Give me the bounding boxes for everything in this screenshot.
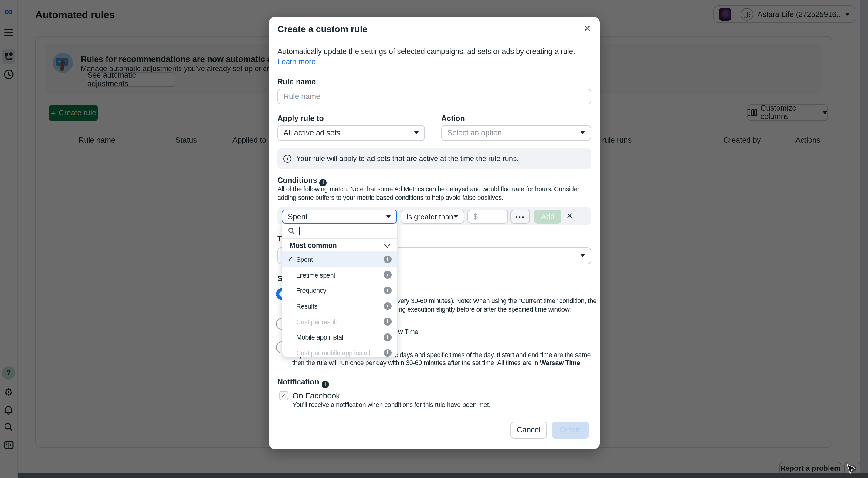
create-custom-rule-modal: Create a custom rule ✕ Automatically upd… — [269, 17, 600, 449]
condition-operator-select[interactable]: is greater than — [401, 210, 464, 223]
action-label: Action — [441, 114, 465, 123]
dropdown-group-header[interactable]: Most common — [282, 239, 397, 251]
dropdown-item-results[interactable]: Resultsi — [282, 298, 397, 314]
condition-metric-select[interactable]: Spent — [282, 210, 397, 223]
info-icon[interactable]: i — [383, 333, 391, 341]
dropdown-search-input[interactable] — [282, 223, 397, 239]
rule-name-label: Rule name — [277, 78, 316, 86]
conditions-heading: Conditionsi — [277, 176, 327, 186]
rule-name-input[interactable]: Rule name — [277, 89, 591, 104]
remove-condition-icon[interactable]: ✕ — [566, 211, 573, 220]
info-icon[interactable]: i — [383, 271, 391, 279]
on-facebook-label: On Facebook — [292, 391, 340, 400]
dropdown-item-label: Results — [296, 302, 317, 310]
dropdown-item-cost-per-result: Cost per resulti — [282, 314, 397, 329]
metric-dropdown-panel: Most common ✓SpentiLifetime spentiFreque… — [282, 223, 397, 357]
schedule-text-fragment-2: ing execution slightly before or after t… — [397, 305, 571, 313]
chevron-down-icon — [580, 254, 585, 257]
apply-rule-to-label: Apply rule to — [277, 114, 324, 123]
dropdown-item-label: Cost per result — [296, 318, 337, 325]
chevron-down-icon — [386, 215, 391, 218]
info-icon[interactable]: i — [383, 349, 391, 357]
modal-title: Create a custom rule — [277, 24, 368, 34]
notification-heading: Notificationi — [277, 378, 329, 388]
modal-intro: Automatically update the settings of sel… — [277, 47, 591, 67]
info-icon[interactable]: i — [322, 381, 329, 388]
divider — [269, 41, 600, 41]
chevron-down-icon — [454, 215, 458, 218]
close-icon[interactable]: ✕ — [584, 23, 591, 34]
dropdown-item-list: ✓SpentiLifetime spentiFrequencyiResultsi… — [282, 251, 397, 357]
info-icon[interactable]: i — [383, 287, 391, 294]
learn-more-link[interactable]: Learn more — [277, 57, 316, 66]
rule-info-banner: i Your rule will apply to ad sets that a… — [277, 148, 591, 169]
more-options-button[interactable]: ••• — [510, 210, 530, 223]
create-button-disabled[interactable]: Create — [552, 421, 589, 438]
warsaw-time-fragment: w Time — [398, 328, 418, 336]
condition-value-input[interactable]: $ — [467, 210, 508, 223]
info-icon[interactable]: i — [383, 302, 391, 310]
dropdown-item-cost-per-mobile-app-install: Cost per mobile app installi — [282, 345, 397, 357]
add-condition-button[interactable]: Add — [534, 210, 561, 223]
dropdown-item-label: Lifetime spent — [296, 271, 335, 278]
schedule-text-fragment-1: very 30-60 minutes). Note: When using th… — [397, 297, 597, 305]
chevron-down-icon — [580, 131, 585, 135]
dropdown-item-spent[interactable]: ✓Spenti — [282, 251, 397, 267]
chevron-down-icon — [414, 131, 419, 135]
apply-rule-to-select[interactable]: All active ad sets — [277, 125, 425, 141]
cancel-button[interactable]: Cancel — [510, 421, 547, 438]
dropdown-item-label: Spent — [296, 256, 313, 263]
on-facebook-checkbox[interactable]: ✓ — [279, 391, 288, 400]
dropdown-item-lifetime-spent[interactable]: Lifetime spenti — [282, 267, 397, 282]
dropdown-item-label: Mobile app install — [296, 334, 344, 341]
chevron-down-icon — [383, 241, 391, 248]
dropdown-item-mobile-app-install[interactable]: Mobile app installi — [282, 329, 397, 345]
dropdown-item-frequency[interactable]: Frequencyi — [282, 283, 397, 298]
divider — [269, 415, 600, 415]
time-range-label-fragment: T — [277, 234, 282, 243]
dropdown-item-label: Frequency — [296, 287, 326, 294]
info-icon: i — [283, 155, 291, 162]
dropdown-item-label: Cost per mobile app install — [296, 349, 370, 357]
notification-description: You'll receive a notification when condi… — [292, 401, 491, 409]
conditions-description: All of the following match. Note that so… — [277, 185, 591, 202]
action-select[interactable]: Select an option — [441, 125, 591, 141]
check-icon: ✓ — [288, 256, 296, 263]
search-icon — [288, 227, 295, 234]
text-cursor — [299, 227, 300, 235]
info-icon[interactable]: i — [383, 256, 391, 263]
mouse-cursor — [847, 464, 855, 477]
info-icon[interactable]: i — [383, 318, 391, 326]
